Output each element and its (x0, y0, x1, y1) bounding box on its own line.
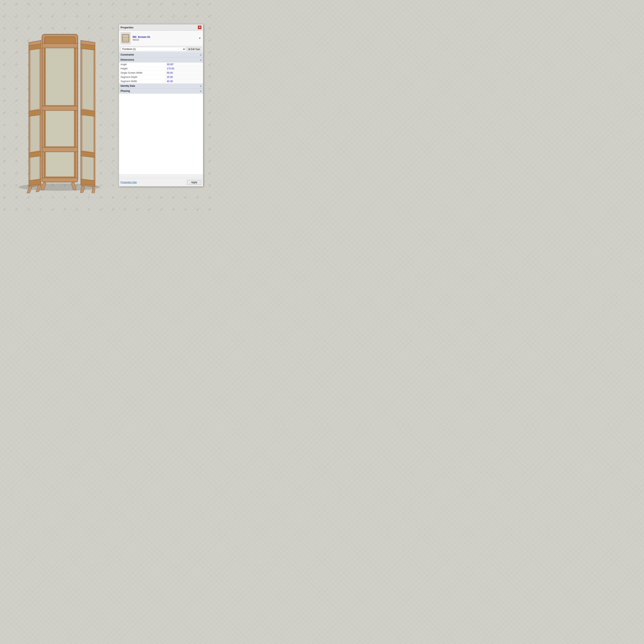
property-value[interactable]: 25.00 (165, 75, 203, 79)
svg-rect-9 (42, 106, 78, 110)
element-material: Wood (133, 38, 199, 41)
panel-title: Properties (121, 26, 133, 29)
edit-type-label: Edit Type (191, 48, 200, 50)
phasing-section-header[interactable]: Phasing » (119, 89, 203, 94)
property-value[interactable]: 30.00° (165, 62, 203, 67)
identity-data-title: Identity Data (121, 85, 135, 87)
identity-data-toggle-icon: » (200, 84, 201, 88)
svg-rect-14 (123, 35, 129, 42)
phasing-toggle-icon: » (200, 89, 201, 93)
panel-close-button[interactable]: ✕ (198, 26, 201, 29)
property-name: Segment Depth (119, 75, 165, 79)
dropdown-arrow-icon: ▼ (199, 37, 201, 40)
table-row: Height 170.00 (119, 67, 203, 71)
property-name: Single Screen Width (119, 71, 165, 75)
svg-rect-10 (42, 147, 78, 152)
properties-panel: Properties ✕ RD_Screen 01 Wood ▼ Furnitu… (119, 24, 203, 187)
property-value[interactable]: 170.00 (165, 67, 203, 71)
panel-footer: Properties help Apply (119, 178, 203, 186)
table-row: Segment Width 43.30 (119, 79, 203, 84)
element-name: RD_Screen 01 (133, 35, 199, 38)
property-name: Angle (119, 62, 165, 67)
table-row: Segment Depth 25.00 (119, 75, 203, 79)
constraints-toggle-icon: » (200, 53, 201, 56)
svg-rect-8 (42, 43, 78, 48)
category-row: Furniture (1) ⊞ Edit Type (119, 46, 203, 52)
element-thumbnail (121, 32, 131, 44)
table-row: Angle 30.00° (119, 62, 203, 67)
identity-data-section-header[interactable]: Identity Data » (119, 84, 203, 89)
phasing-title: Phasing (121, 90, 130, 92)
constraints-section-header[interactable]: Constraints » (119, 52, 203, 57)
edit-type-button[interactable]: ⊞ Edit Type (187, 47, 201, 51)
element-info: RD_Screen 01 Wood ▼ (119, 31, 203, 46)
dimensions-section-header[interactable]: Dimensions « (119, 57, 203, 62)
svg-rect-5 (46, 46, 74, 105)
properties-help-button[interactable]: Properties help (121, 181, 137, 184)
panel-header: Properties ✕ (119, 24, 203, 31)
table-row: Single Screen Width 50.00 (119, 71, 203, 75)
empty-space (119, 94, 203, 174)
dimensions-toggle-icon: « (200, 58, 201, 61)
apply-button[interactable]: Apply (187, 180, 201, 185)
property-value[interactable]: 43.30 (165, 79, 203, 84)
edit-type-icon: ⊞ (188, 48, 190, 51)
property-name: Height (119, 67, 165, 71)
constraints-title: Constraints (121, 53, 134, 56)
furniture-3d-view (6, 26, 113, 193)
dimensions-title: Dimensions (121, 58, 134, 61)
svg-rect-6 (46, 109, 74, 146)
property-value[interactable]: 50.00 (165, 71, 203, 75)
dimensions-table: Angle 30.00° Height 170.00 Single Screen… (119, 62, 203, 84)
element-name-block: RD_Screen 01 Wood (133, 35, 199, 41)
svg-rect-7 (46, 150, 74, 176)
category-select[interactable]: Furniture (1) (121, 47, 186, 51)
svg-rect-11 (42, 178, 78, 182)
property-name: Segment Width (119, 79, 165, 84)
